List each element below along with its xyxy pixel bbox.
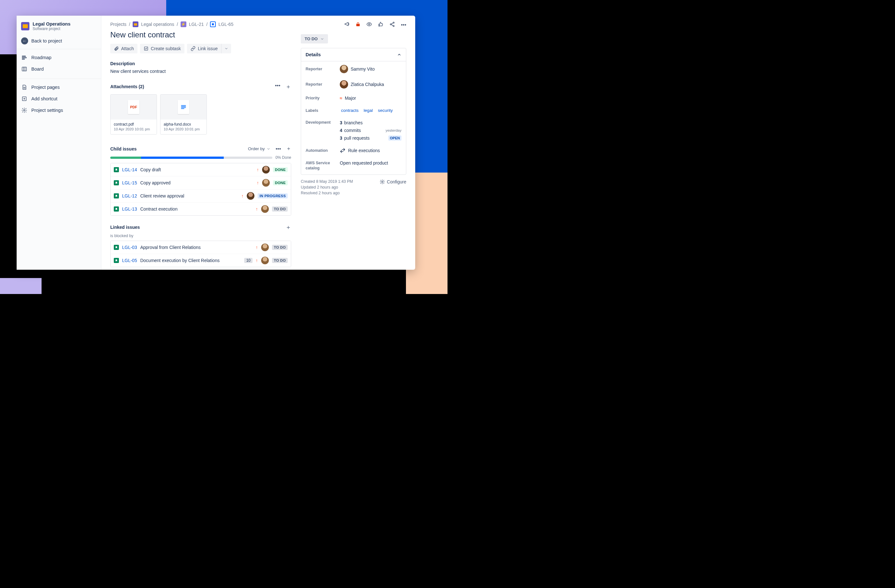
sidebar-item-project-pages[interactable]: Project pages xyxy=(17,82,101,93)
subtask-icon xyxy=(114,206,119,212)
breadcrumb-root[interactable]: Projects xyxy=(110,22,127,27)
child-more-icon[interactable]: ••• xyxy=(276,146,281,152)
attachments-heading: Attachments (2) xyxy=(110,84,144,89)
attachments-add-icon[interactable]: ＋ xyxy=(285,83,291,91)
breadcrumb: Projects / Legal operations / ⚡ LGL-21 /… xyxy=(110,21,291,27)
attachment-name: contract.pdf xyxy=(114,122,153,127)
svg-point-9 xyxy=(24,110,25,111)
header-icon-row: ••• xyxy=(301,21,406,29)
sidebar-item-roadmap[interactable]: Roadmap xyxy=(17,52,101,63)
dev-commits[interactable]: 4commitsyesterday xyxy=(340,128,402,133)
dev-branches[interactable]: 3branches xyxy=(340,120,402,125)
issue-key[interactable]: LGL-03 xyxy=(122,245,137,250)
description-heading: Description xyxy=(110,61,291,66)
back-label: Back to project xyxy=(31,38,62,44)
assignee-avatar[interactable] xyxy=(261,205,269,213)
detail-row-aws[interactable]: AWS Service catalog Open requested produ… xyxy=(301,157,406,174)
assignee-avatar[interactable] xyxy=(261,244,269,251)
page-icon xyxy=(21,84,27,91)
issue-key[interactable]: LGL-14 xyxy=(122,167,137,172)
detail-row-labels[interactable]: Labels contracts legal security xyxy=(301,104,406,117)
sidebar-item-project-settings[interactable]: Project settings xyxy=(17,105,101,116)
link-issue-button[interactable]: Link issue xyxy=(187,44,221,53)
issue-title[interactable]: New client contract xyxy=(110,30,291,39)
pdf-file-icon: PDF xyxy=(128,100,140,114)
project-subtitle: Software project xyxy=(33,27,70,31)
svg-rect-0 xyxy=(22,56,26,56)
status-badge: DONE xyxy=(273,180,288,185)
link-issue-dropdown[interactable] xyxy=(221,44,231,53)
svg-rect-1 xyxy=(22,57,27,58)
sidebar-item-board[interactable]: Board xyxy=(17,63,101,75)
sidebar-item-add-shortcut[interactable]: Add shortcut xyxy=(17,93,101,105)
order-by-dropdown[interactable]: Order by xyxy=(248,146,271,151)
priority-icon: ↑ xyxy=(256,206,258,212)
assignee-avatar[interactable] xyxy=(247,192,255,200)
project-header[interactable]: Legal Operations Software project xyxy=(17,20,101,34)
issue-row[interactable]: LGL-14 Copy draft ↑ DONE xyxy=(111,163,291,176)
attachment-card[interactable]: PDF contract.pdf 10 Apr 2020 10:01 pm xyxy=(110,94,157,135)
sidebar: Legal Operations Software project ← Back… xyxy=(17,16,101,270)
issue-row[interactable]: LGL-03 Approval from Client Relations ↑ … xyxy=(111,241,291,254)
avatar xyxy=(340,80,348,88)
breadcrumb-project[interactable]: Legal operations xyxy=(141,22,174,27)
more-icon[interactable]: ••• xyxy=(401,22,406,28)
lock-icon[interactable] xyxy=(355,22,361,28)
assignee-avatar[interactable] xyxy=(262,179,270,186)
priority-icon: ↑ xyxy=(241,193,244,199)
linked-add-icon[interactable]: ＋ xyxy=(285,223,291,231)
updated-date: Updated 2 hours ago xyxy=(301,185,353,189)
label-chip[interactable]: contracts xyxy=(340,108,360,113)
sidebar-item-label: Roadmap xyxy=(31,55,52,60)
status-badge: TO DO xyxy=(272,206,288,212)
issue-summary: Copy approved xyxy=(140,180,253,185)
assignee-avatar[interactable] xyxy=(261,257,269,264)
watch-icon[interactable] xyxy=(366,21,372,29)
detail-row-reporter[interactable]: Reporter Sammy Vito xyxy=(301,61,406,77)
issue-key[interactable]: LGL-15 xyxy=(122,180,137,185)
issue-row[interactable]: LGL-13 Contract execution ↑ TO DO xyxy=(111,203,291,215)
assignee-avatar[interactable] xyxy=(262,166,270,174)
child-issue-list: LGL-14 Copy draft ↑ DONE LGL-15 Copy app… xyxy=(110,163,291,216)
issue-row[interactable]: LGL-15 Copy approved ↑ DONE xyxy=(111,176,291,189)
issue-key[interactable]: LGL-05 xyxy=(122,258,137,263)
feedback-icon[interactable] xyxy=(344,21,350,29)
back-to-project-button[interactable]: ← Back to project xyxy=(17,34,101,48)
issue-key[interactable]: LGL-13 xyxy=(122,206,137,212)
status-badge: IN PROGRESS xyxy=(258,193,288,199)
avatar xyxy=(340,65,348,73)
child-add-icon[interactable]: ＋ xyxy=(286,145,291,152)
label-chip[interactable]: legal xyxy=(363,108,374,113)
roadmap-icon xyxy=(21,54,27,61)
vote-icon[interactable] xyxy=(378,21,384,29)
details-heading-row[interactable]: Details xyxy=(301,48,406,61)
detail-row-automation[interactable]: Automation Rule executions xyxy=(301,144,406,157)
svg-point-16 xyxy=(369,24,370,25)
epic-chip-icon: ⚡ xyxy=(181,21,187,27)
create-subtask-button[interactable]: Create subtask xyxy=(140,44,184,53)
label-chip[interactable]: security xyxy=(376,108,394,113)
attachments-more-icon[interactable]: ••• xyxy=(275,83,280,91)
issue-key[interactable]: LGL-12 xyxy=(122,193,137,199)
priority-major-icon: ≈ xyxy=(340,95,342,101)
svg-point-22 xyxy=(382,181,383,182)
issue-row[interactable]: LGL-12 Client review approval ↑ IN PROGR… xyxy=(111,189,291,203)
share-icon[interactable] xyxy=(389,21,395,29)
breadcrumb-epic[interactable]: LGL-21 xyxy=(189,22,204,27)
detail-row-reporter2[interactable]: Reporter Zlatica Chalpuka xyxy=(301,77,406,92)
status-dropdown[interactable]: TO DO xyxy=(301,34,328,44)
issue-summary: Client review approval xyxy=(140,193,238,199)
attachment-name: alpha-fund.docx xyxy=(164,122,203,127)
breadcrumb-issue[interactable]: LGL-65 xyxy=(218,22,233,27)
dev-pull-requests[interactable]: 3pull requestsOPEN xyxy=(340,135,402,141)
attachment-card[interactable]: alpha-fund.docx 10 Apr 2020 10:01 pm xyxy=(160,94,207,135)
description-body[interactable]: New client services contract xyxy=(110,69,291,74)
linked-relation: is blocked by xyxy=(110,233,291,238)
configure-button[interactable]: Configure xyxy=(380,179,406,184)
linked-issues-heading: Linked issues xyxy=(110,225,140,230)
attach-button[interactable]: Attach xyxy=(110,44,138,53)
linked-issue-list: LGL-03 Approval from Client Relations ↑ … xyxy=(110,241,291,267)
detail-row-priority[interactable]: Priority ≈Major xyxy=(301,92,406,104)
issue-row[interactable]: LGL-05 Document execution by Client Rela… xyxy=(111,254,291,267)
issue-summary: Copy draft xyxy=(140,167,253,172)
